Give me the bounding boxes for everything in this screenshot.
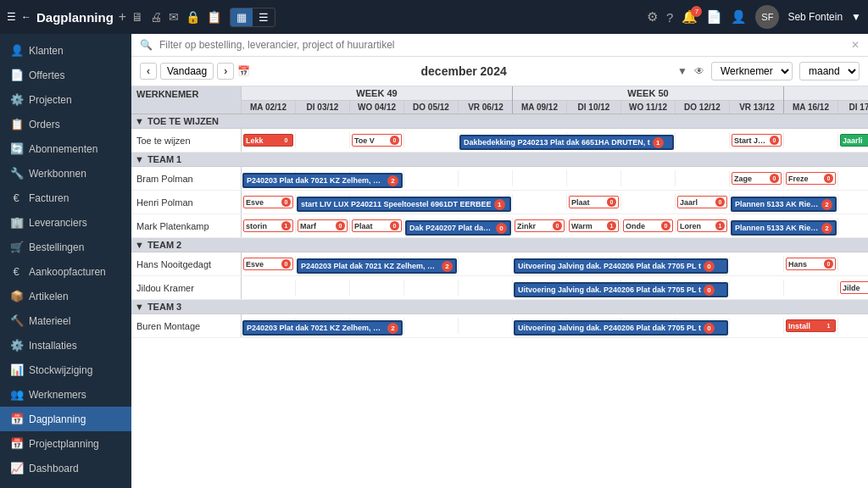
span-event[interactable]: P240203 Plat dak 7021 KZ Zelhem, Boor2 (242, 320, 403, 336)
day-cell-9 (730, 318, 784, 334)
notification-icon[interactable]: 🔔7 (682, 9, 698, 25)
search-input[interactable] (159, 39, 844, 51)
expand-icon[interactable]: ▼ (135, 302, 144, 312)
sidebar-item-installaties[interactable]: ⚙️Installaties (0, 333, 131, 358)
event-block[interactable]: Esve0 (243, 196, 293, 208)
sidebar-item-werknemers[interactable]: 👥Werknemers (0, 382, 131, 407)
settings-icon[interactable]: ⚙ (647, 9, 658, 25)
employee-cell: Mark Platenkamp (131, 214, 242, 237)
span-event[interactable]: Uitvoering Jalving dak. P240206 Plat dak… (514, 282, 728, 297)
span-event[interactable]: start LIV LUX P240211 Speeltoestel 6961D… (297, 197, 511, 212)
data-row: Jildou KramerJilde0Uitvoering Jalving da… (131, 276, 868, 300)
day-cell-8: Jaarl0 (676, 194, 730, 210)
event-block[interactable]: Hans0 (786, 258, 836, 270)
span-event[interactable]: Plannen 5133 AK Riel, Kerkst2 (731, 197, 837, 212)
sidebar-label: Aankoopfacturen (29, 266, 106, 278)
event-block[interactable]: Start Jalving P20 (732, 134, 782, 147)
week-label-0: WEEK 49 (242, 86, 512, 101)
span-event[interactable]: P240203 Plat dak 7021 KZ Zelhem, Boor2 (297, 258, 457, 274)
day-cell-2: Toe V0 (350, 132, 404, 148)
days-container: Install1P240203 Plat dak 7021 KZ Zelhem,… (242, 318, 868, 334)
sidebar-item-orders[interactable]: 📋Orders (0, 112, 131, 136)
event-block[interactable]: Loren1 (677, 219, 727, 232)
sidebar-icon: 🏢 (10, 216, 22, 229)
doc-icon[interactable]: 📄 (706, 9, 722, 25)
sidebar-item-materieel[interactable]: 🔨Materieel (0, 308, 131, 333)
sidebar-item-stockwijziging[interactable]: 📊Stockwijziging (0, 358, 131, 382)
help-icon[interactable]: ? (666, 10, 673, 25)
event-block[interactable]: Zinkr0 (515, 219, 565, 232)
eye-icon[interactable]: 👁 (694, 65, 704, 77)
event-block[interactable]: Jilde0 (840, 281, 868, 294)
sidebar-label: Werknemers (29, 389, 86, 401)
clear-icon[interactable]: ✕ (851, 39, 860, 51)
event-block[interactable]: Marf0 (298, 219, 348, 232)
span-event[interactable]: Uitvoering Jalving dak. P240206 Plat dak… (514, 320, 728, 336)
sidebar-item-bestellingen[interactable]: 🛒Bestellingen (0, 235, 131, 259)
day-header-MA-16/12: MA 16/12 (784, 101, 838, 114)
week-group-0: WEEK 49MA 02/12DI 03/12WO 04/12DO 05/12V… (242, 86, 513, 114)
event-block[interactable]: Toe V0 (352, 134, 402, 147)
expand-icon[interactable]: ▼ (135, 116, 144, 126)
view-select[interactable]: maand week dag (799, 62, 860, 80)
sidebar-item-projectplanning[interactable]: 📅Projectplanning (0, 431, 131, 456)
calendar-icon[interactable]: 📅 (237, 65, 250, 77)
prev-btn[interactable]: ‹ (140, 63, 157, 80)
event-block[interactable]: storin1 (243, 219, 293, 232)
event-block[interactable]: Install1 (786, 319, 836, 332)
user-icon[interactable]: 👤 (731, 9, 747, 25)
add-button[interactable]: + (119, 9, 126, 25)
event-block[interactable]: Onde0 (623, 219, 673, 232)
day-cell-5 (513, 170, 567, 186)
next-btn[interactable]: › (217, 63, 234, 80)
event-block[interactable]: Jaarli1 (840, 134, 868, 147)
grid-view-btn[interactable]: ▦ (231, 8, 253, 26)
top-nav: ☰ ← Dagplanning + 🖥 🖨 ✉ 🔒 📋 ▦ ☰ ⚙ ? 🔔7 📄… (0, 0, 868, 34)
days-container: Lekk0Toe V0Start Jalving P20Jaarli1Sides… (242, 132, 868, 148)
sidebar-item-werkbonnen[interactable]: 🔧Werkbonnen (0, 161, 131, 186)
event-block[interactable]: Freze0 (786, 172, 836, 185)
event-block[interactable]: Plaat0 (352, 219, 402, 232)
today-btn[interactable]: Vandaag (160, 63, 214, 80)
sidebar-icon: 📊 (10, 363, 22, 376)
sidebar-item-aankoopfacturen[interactable]: €Aankoopfacturen (0, 259, 131, 284)
event-block[interactable]: Warm1 (569, 219, 619, 232)
sidebar-item-projecten[interactable]: ⚙️Projecten (0, 87, 131, 112)
event-block[interactable]: Plaat0 (569, 196, 619, 208)
span-event[interactable]: Dakbedekking P240213 Plat dak 6651HA DRU… (459, 135, 674, 150)
sidebar-item-klanten[interactable]: 👤Klanten (0, 38, 131, 63)
event-block[interactable]: Zage0 (732, 172, 782, 185)
filter-icon[interactable]: ▼ (677, 65, 687, 77)
day-cell-0: Lekk0 (242, 132, 296, 148)
span-event[interactable]: Plannen 5133 AK Riel, Kerkst2 (731, 220, 837, 236)
sidebar-item-abonnementen[interactable]: 🔄Abonnementen (0, 136, 131, 161)
user-dropdown-icon[interactable]: ▼ (851, 11, 861, 23)
sidebar-item-leveranciers[interactable]: 🏢Leveranciers (0, 210, 131, 235)
event-block[interactable]: Esve0 (243, 258, 293, 270)
sidebar-item-offertes[interactable]: 📄Offertes (0, 63, 131, 87)
event-block[interactable]: Lekk0 (243, 134, 293, 147)
sidebar-item-facturen[interactable]: €Facturen (0, 186, 131, 210)
print-icon[interactable]: 🖨 (150, 10, 162, 24)
back-icon[interactable]: ← (21, 11, 31, 23)
span-event[interactable]: Uitvoering Jalving dak. P240206 Plat dak… (514, 258, 728, 274)
mail-icon[interactable]: ✉ (169, 10, 179, 24)
list-view-btn[interactable]: ☰ (253, 8, 275, 26)
sidebar-label: Klanten (29, 45, 64, 57)
expand-icon[interactable]: ▼ (135, 240, 144, 250)
day-cell-1 (296, 280, 350, 296)
span-event[interactable]: P240203 Plat dak 7021 KZ Zelhem, Boor2 (242, 173, 403, 188)
event-block[interactable]: Jaarl0 (677, 196, 727, 208)
hamburger-icon[interactable]: ☰ (7, 11, 16, 23)
section-header-1: ▼TEAM 1 (131, 152, 868, 167)
employee-cell: Buren Montage (131, 314, 242, 337)
employee-filter[interactable]: Werknemer (711, 62, 793, 80)
lock-icon[interactable]: 🔒 (186, 10, 200, 24)
file-icon[interactable]: 📋 (207, 10, 221, 24)
expand-icon[interactable]: ▼ (135, 154, 144, 164)
sidebar-item-dashboard[interactable]: 📈Dashboard (0, 456, 131, 480)
span-event[interactable]: Dak P240207 Plat dak 43160 (405, 220, 511, 236)
day-cell-9: Zage0 (730, 170, 784, 186)
sidebar-item-dagplanning[interactable]: 📅Dagplanning (0, 407, 131, 431)
sidebar-item-artikelen[interactable]: 📦Artikelen (0, 284, 131, 308)
